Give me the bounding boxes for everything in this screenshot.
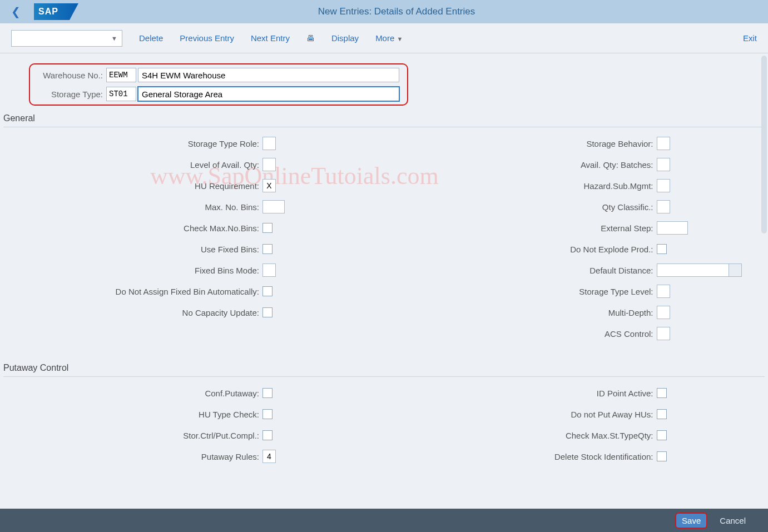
- multi-depth-input[interactable]: [657, 306, 670, 319]
- more-button[interactable]: More ▼: [375, 33, 403, 43]
- storage-type-role-input[interactable]: [262, 137, 276, 150]
- no-put-away-hus-checkbox[interactable]: [657, 409, 667, 419]
- max-no-bins-label: Max. No. Bins:: [0, 202, 262, 212]
- toolbar: ▼ Delete Previous Entry Next Entry 🖶 Dis…: [0, 23, 768, 53]
- divider: [3, 376, 765, 377]
- external-step-input[interactable]: [657, 221, 688, 235]
- putaway-rules-input[interactable]: [262, 450, 276, 463]
- acs-control-label: ACS Control:: [384, 329, 657, 339]
- conf-putaway-checkbox[interactable]: [262, 388, 272, 398]
- use-fixed-bins-checkbox[interactable]: [262, 244, 272, 254]
- next-entry-button[interactable]: Next Entry: [251, 33, 290, 43]
- general-section-title: General: [0, 111, 768, 127]
- acs-control-input[interactable]: [657, 327, 670, 340]
- hazard-sub-mgmt-label: Hazard.Sub.Mgmt:: [384, 181, 657, 191]
- external-step-label: External Step:: [384, 223, 657, 233]
- avail-qty-batches-input[interactable]: [657, 158, 670, 171]
- hu-requirement-label: HU Requirement:: [0, 181, 262, 191]
- warehouse-no-label: Warehouse No.:: [31, 71, 106, 80]
- id-point-active-checkbox[interactable]: [657, 388, 667, 398]
- storage-type-level-input[interactable]: [657, 285, 670, 298]
- warehouse-no-input[interactable]: [106, 68, 136, 82]
- sap-logo: SAP: [34, 3, 78, 20]
- print-icon[interactable]: 🖶: [306, 33, 315, 43]
- hazard-sub-mgmt-input[interactable]: [657, 179, 670, 192]
- default-distance-input[interactable]: [657, 263, 729, 277]
- putaway-section-title: Putaway Control: [0, 361, 768, 376]
- more-label: More: [375, 33, 394, 43]
- storage-type-role-label: Storage Type Role:: [0, 139, 262, 148]
- back-icon[interactable]: ❮: [8, 5, 24, 18]
- qty-classific-label: Qty Classific.:: [384, 202, 657, 212]
- no-explode-prod-label: Do Not Explode Prod.:: [384, 245, 657, 254]
- stor-ctrl-put-compl-label: Stor.Ctrl/Put.Compl.:: [0, 431, 262, 440]
- no-auto-fixed-bin-label: Do Not Assign Fixed Bin Automatically:: [0, 287, 262, 296]
- exit-button[interactable]: Exit: [743, 33, 757, 43]
- no-put-away-hus-label: Do not Put Away HUs:: [384, 410, 657, 419]
- divider: [3, 127, 765, 127]
- hu-requirement-input[interactable]: [262, 179, 276, 192]
- check-max-bins-checkbox[interactable]: [262, 223, 272, 233]
- no-explode-prod-checkbox[interactable]: [657, 244, 667, 254]
- default-distance-label: Default Distance:: [384, 266, 657, 275]
- hu-type-check-label: HU Type Check:: [0, 410, 262, 419]
- max-no-bins-input[interactable]: [262, 200, 285, 213]
- warehouse-desc-input[interactable]: [138, 68, 399, 82]
- previous-entry-button[interactable]: Previous Entry: [180, 33, 234, 43]
- check-max-st-typeqty-checkbox[interactable]: [657, 430, 667, 440]
- chevron-down-icon: ▼: [111, 35, 117, 42]
- no-capacity-update-checkbox[interactable]: [262, 307, 272, 317]
- default-distance-help-button[interactable]: [729, 263, 742, 277]
- level-avail-qty-label: Level of Avail. Qty:: [0, 160, 262, 170]
- multi-depth-label: Multi-Depth:: [384, 308, 657, 317]
- content-area: www.SapOnlineTutoials.com Warehouse No.:…: [0, 53, 768, 509]
- delete-button[interactable]: Delete: [139, 33, 163, 43]
- putaway-rules-label: Putaway Rules:: [0, 452, 262, 461]
- conf-putaway-label: Conf.Putaway:: [0, 389, 262, 398]
- no-capacity-update-label: No Capacity Update:: [0, 308, 262, 317]
- title-bar: ❮ SAP New Entries: Details of Added Entr…: [0, 0, 768, 23]
- fixed-bins-mode-label: Fixed Bins Mode:: [0, 266, 262, 275]
- hu-type-check-checkbox[interactable]: [262, 409, 272, 419]
- storage-type-label: Storage Type:: [31, 90, 106, 99]
- storage-behavior-input[interactable]: [657, 137, 670, 150]
- check-max-bins-label: Check Max.No.Bins:: [0, 223, 262, 233]
- key-fields-group: Warehouse No.: Storage Type:: [29, 63, 408, 106]
- display-button[interactable]: Display: [331, 33, 359, 43]
- storage-type-level-label: Storage Type Level:: [384, 287, 657, 296]
- page-title: New Entries: Details of Added Entries: [88, 6, 760, 17]
- fixed-bins-mode-input[interactable]: [262, 263, 276, 277]
- delete-stock-id-checkbox[interactable]: [657, 451, 667, 461]
- level-avail-qty-input[interactable]: [262, 158, 276, 171]
- delete-stock-id-label: Delete Stock Identification:: [384, 452, 657, 461]
- chevron-down-icon: ▼: [397, 36, 403, 42]
- variant-select[interactable]: ▼: [11, 30, 122, 47]
- storage-behavior-label: Storage Behavior:: [384, 139, 657, 148]
- id-point-active-label: ID Point Active:: [384, 389, 657, 398]
- avail-qty-batches-label: Avail. Qty: Batches:: [384, 160, 657, 170]
- storage-type-desc-input[interactable]: [138, 87, 399, 101]
- use-fixed-bins-label: Use Fixed Bins:: [0, 245, 262, 254]
- storage-type-input[interactable]: [106, 87, 136, 101]
- stor-ctrl-put-compl-checkbox[interactable]: [262, 430, 272, 440]
- check-max-st-typeqty-label: Check Max.St.TypeQty:: [384, 431, 657, 440]
- qty-classific-input[interactable]: [657, 200, 670, 213]
- no-auto-fixed-bin-checkbox[interactable]: [262, 286, 272, 296]
